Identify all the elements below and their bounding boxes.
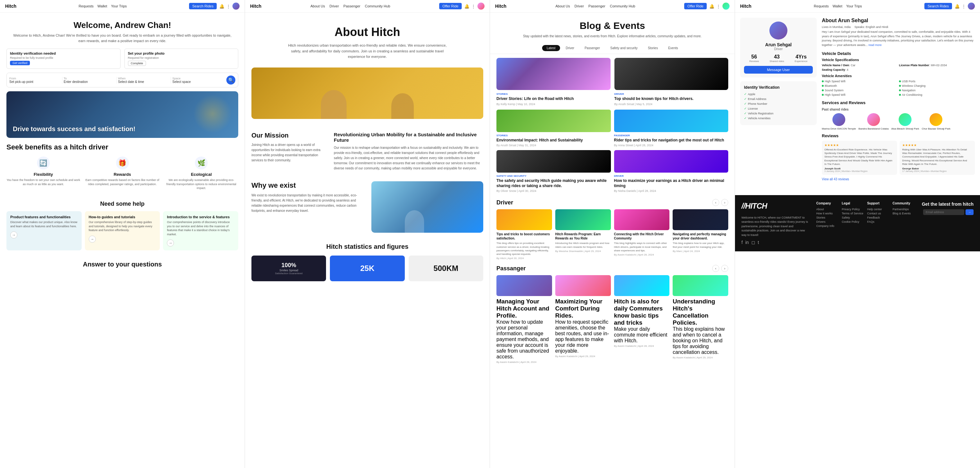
footer-link-faqs[interactable]: FAQs <box>867 220 889 224</box>
footer-col-legal-title: Legal <box>842 201 863 205</box>
footer-link-privacy[interactable]: Privacy Policy <box>842 208 863 211</box>
about-link-about[interactable]: About Us <box>310 4 325 8</box>
social-square[interactable]: ◻ <box>751 240 755 245</box>
passenger-card-title-1[interactable]: Maximizing Your Comfort During Rides. <box>555 298 611 319</box>
tab-driver[interactable]: Driver <box>562 45 579 51</box>
blog-avatar[interactable] <box>722 3 730 10</box>
footer-link-how[interactable]: How it works <box>816 212 838 215</box>
tab-passenger[interactable]: Passenger <box>580 45 605 51</box>
blog-link-about[interactable]: About Us <box>555 4 570 8</box>
to-value[interactable]: Enter destination <box>64 80 114 84</box>
footer-link-cookie[interactable]: Cookie Policy <box>842 220 863 224</box>
panel-dashboard: Hitch Requests Wallet Your Trips Search … <box>0 0 245 468</box>
profile-link-requests[interactable]: Requests <box>814 4 829 8</box>
passenger-card-title-2[interactable]: Hitch is also for daily Commuters know b… <box>614 298 670 326</box>
ride-avatar-3 <box>929 113 942 126</box>
social-linkedin[interactable]: in <box>745 240 749 245</box>
email-input[interactable] <box>923 209 964 215</box>
blog-notification-icon[interactable]: 🔔 <box>709 4 714 9</box>
footer-link-safety[interactable]: Safety <box>842 216 863 219</box>
read-more-link[interactable]: read more <box>869 43 881 47</box>
grid-title-0[interactable]: Environmental Impact: Hitch and Sustaina… <box>496 138 611 143</box>
social-facebook[interactable]: f <box>741 240 743 245</box>
profile-search-button[interactable]: Search Rides <box>924 3 952 10</box>
social-links: f in ◻ t <box>741 240 809 245</box>
notification-icon[interactable]: 🔔 <box>219 4 224 9</box>
profile-nav-avatar[interactable] <box>968 3 975 10</box>
help-card-guides-btn[interactable]: → <box>89 236 96 243</box>
complete-button[interactable]: Complete <box>128 61 146 66</box>
social-twitter[interactable]: t <box>758 240 759 245</box>
passenger-card-2: Hitch is also for daily Commuters know b… <box>614 275 670 363</box>
grid-title-3[interactable]: How to maximize your earnings as a Hitch… <box>614 178 729 188</box>
profile-link-wallet[interactable]: Wallet <box>833 4 842 8</box>
passenger-prev-button[interactable]: ‹ <box>712 265 719 272</box>
nav-requests[interactable]: Requests <box>79 4 94 8</box>
identity-apple: ✓ Apple <box>744 92 813 96</box>
about-more-icon[interactable]: ⋮ <box>471 4 476 9</box>
featured-title-1[interactable]: Top should be known tips for Hitch drive… <box>614 97 729 102</box>
grid-title-1[interactable]: Rider tips and tricks for navigation get… <box>614 138 729 143</box>
footer-link-feedback[interactable]: Feedback <box>867 216 889 219</box>
passenger-card-title-3[interactable]: Understanding Hitch's Cancellation Polic… <box>673 298 728 326</box>
driver-prev-button[interactable]: ‹ <box>712 199 719 206</box>
driver-card-title-2[interactable]: Connecting with the Hitch Driver Communi… <box>614 232 670 240</box>
about-link-driver[interactable]: Driver <box>329 4 339 8</box>
about-link-community[interactable]: Community Hub <box>365 4 390 8</box>
featured-title-0[interactable]: Driver Stories: Life on the Road with Hi… <box>496 97 611 102</box>
driver-section-header: Driver ‹ › <box>496 199 728 206</box>
help-card-features-btn[interactable]: → <box>10 232 18 238</box>
nav-trips[interactable]: Your Trips <box>111 4 127 8</box>
search-submit-button[interactable]: 🔍 <box>226 76 235 84</box>
tab-safety[interactable]: Safety and security <box>606 45 642 51</box>
driver-next-button[interactable]: › <box>721 199 728 206</box>
footer-link-company[interactable]: Company Info <box>816 224 838 228</box>
driver-card-title-1[interactable]: Hitch Rewards Program: Earn Rewards as Y… <box>555 232 611 240</box>
message-user-button[interactable]: Message User <box>744 66 813 74</box>
footer-link-terms[interactable]: Terms of Service <box>842 212 863 215</box>
tab-latest[interactable]: Latest <box>542 45 560 51</box>
benefit-rewards: 🎁 Rewards Earn competitive rewards based… <box>86 157 159 190</box>
driver-card-title-0[interactable]: Tips and tricks to boost customers satis… <box>496 232 552 240</box>
blog-link-passenger[interactable]: Passenger <box>589 4 605 8</box>
profile-link-trips[interactable]: Your Trips <box>846 4 862 8</box>
avatar[interactable] <box>232 3 240 10</box>
footer-link-drivers[interactable]: Drivers <box>816 220 838 224</box>
footer-link-stories[interactable]: Stories <box>816 216 838 219</box>
from-value[interactable]: Set pick-up point <box>10 80 59 84</box>
profile-nav: Hitch Requests Wallet Your Trips Search … <box>735 0 980 13</box>
about-link-passenger[interactable]: Passenger <box>344 4 360 8</box>
footer-link-blog[interactable]: Blog & Events <box>892 212 914 215</box>
footer-link-contact[interactable]: Contact us <box>867 212 889 215</box>
profile-notification-icon[interactable]: 🔔 <box>955 4 960 9</box>
blog-link-community[interactable]: Community Hub <box>610 4 635 8</box>
footer-link-about[interactable]: About <box>816 208 838 211</box>
profile-more-icon[interactable]: ⋮ <box>962 4 966 9</box>
search-rides-button[interactable]: Search Rides <box>189 3 217 10</box>
grid-title-2[interactable]: The safety and security Hitch guide maki… <box>496 178 611 188</box>
view-all-reviews-link[interactable]: View all 43 reviews <box>822 178 975 181</box>
footer-link-help[interactable]: Help center <box>867 208 889 211</box>
passenger-next-button[interactable]: › <box>721 265 728 272</box>
help-card-intro-btn[interactable]: → <box>167 240 174 246</box>
get-verified-button[interactable]: Get verified <box>10 61 30 65</box>
footer-col-company: Company About How it works Stories Drive… <box>816 201 838 240</box>
ride-card-1: Bandra Bandstand Colaba <box>859 113 889 130</box>
more-icon[interactable]: ⋮ <box>226 4 231 9</box>
space-value[interactable]: Select space <box>172 80 223 84</box>
when-value[interactable]: Select date & time <box>118 80 168 84</box>
about-notification-icon[interactable]: 🔔 <box>464 4 469 9</box>
footer-link-partnerships[interactable]: Partnerships <box>892 208 914 211</box>
subscribe-button[interactable]: → <box>966 209 974 215</box>
tab-events[interactable]: Events <box>663 45 682 51</box>
passenger-card-title-0[interactable]: Managing Your Hitch Account and Profile. <box>496 298 552 319</box>
blog-link-driver[interactable]: Driver <box>574 4 584 8</box>
logo: Hitch <box>5 3 16 9</box>
about-avatar[interactable] <box>477 3 485 10</box>
driver-card-title-3[interactable]: Navigating and perfectly managing your d… <box>673 232 728 240</box>
offer-ride-button[interactable]: Offer Ride <box>439 3 462 10</box>
tab-stories[interactable]: Stories <box>643 45 662 51</box>
blog-more-icon[interactable]: ⋮ <box>716 4 721 9</box>
blog-offer-ride-button[interactable]: Offer Ride <box>684 3 707 10</box>
nav-wallet[interactable]: Wallet <box>97 4 107 8</box>
